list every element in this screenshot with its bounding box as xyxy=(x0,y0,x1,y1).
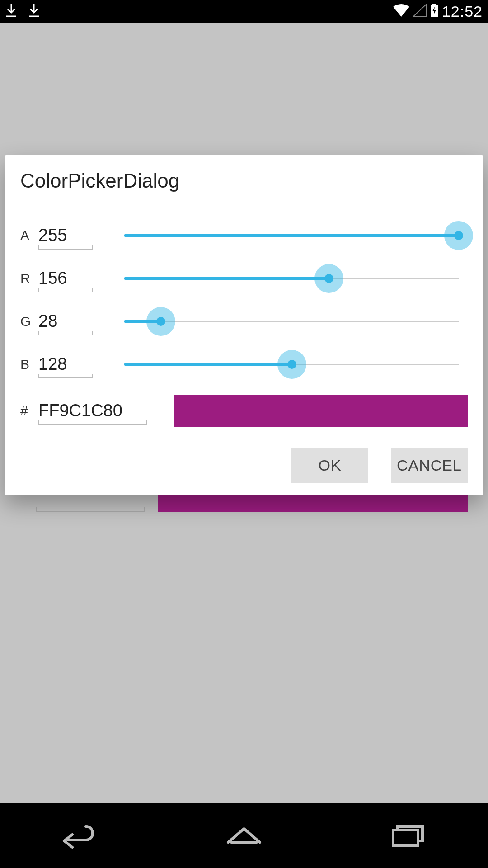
background-input-underline xyxy=(36,511,145,512)
alpha-label: A xyxy=(20,228,38,243)
green-row: G xyxy=(20,300,468,343)
slider-thumb-icon xyxy=(324,274,333,283)
alpha-input[interactable] xyxy=(38,226,93,245)
input-underline xyxy=(38,249,93,250)
wifi-icon xyxy=(393,4,409,19)
green-slider[interactable] xyxy=(124,308,468,335)
status-left xyxy=(5,4,40,19)
alpha-row: A xyxy=(20,214,468,257)
download-icon xyxy=(28,4,40,19)
red-input-wrap xyxy=(38,269,97,288)
dialog-title: ColorPickerDialog xyxy=(20,170,468,192)
status-right: 12:52 xyxy=(393,3,483,20)
alpha-input-wrap xyxy=(38,226,97,245)
svg-rect-2 xyxy=(393,830,418,845)
slider-thumb-icon xyxy=(454,231,463,240)
color-swatch xyxy=(174,395,468,427)
blue-slider[interactable] xyxy=(124,351,468,378)
back-button[interactable] xyxy=(59,822,104,849)
status-bar: 12:52 xyxy=(0,0,488,23)
hex-input-wrap xyxy=(38,401,156,420)
dialog-button-row: OK CANCEL xyxy=(20,448,468,483)
green-input[interactable] xyxy=(38,311,93,331)
slider-thumb-icon xyxy=(156,317,165,326)
red-input[interactable] xyxy=(38,269,93,288)
red-slider[interactable] xyxy=(124,265,468,292)
input-underline xyxy=(38,424,147,425)
input-underline xyxy=(38,335,93,335)
hex-input[interactable] xyxy=(38,401,147,420)
slider-fill xyxy=(124,234,459,237)
alpha-slider[interactable] xyxy=(124,222,468,249)
hex-label: # xyxy=(20,403,38,419)
slider-fill xyxy=(124,277,329,280)
green-input-wrap xyxy=(38,311,97,331)
slider-fill xyxy=(124,363,292,366)
hex-row: # xyxy=(20,389,468,432)
red-label: R xyxy=(20,271,38,286)
cell-signal-icon xyxy=(413,4,427,19)
navigation-bar xyxy=(0,803,488,868)
status-clock: 12:52 xyxy=(442,3,483,20)
svg-rect-1 xyxy=(432,4,436,5)
green-label: G xyxy=(20,314,38,329)
blue-input[interactable] xyxy=(38,354,93,374)
input-underline xyxy=(38,377,93,378)
cancel-button[interactable]: CANCEL xyxy=(391,448,468,483)
blue-row: B xyxy=(20,343,468,386)
slider-thumb-icon xyxy=(287,360,296,369)
color-picker-dialog: ColorPickerDialog A R G xyxy=(5,155,483,495)
recents-button[interactable] xyxy=(384,822,429,849)
ok-button[interactable]: OK xyxy=(291,448,368,483)
blue-label: B xyxy=(20,357,38,372)
home-button[interactable] xyxy=(221,822,267,849)
download-icon xyxy=(5,4,17,19)
blue-input-wrap xyxy=(38,354,97,374)
red-row: R xyxy=(20,257,468,300)
input-underline xyxy=(38,292,93,292)
battery-charging-icon xyxy=(430,4,438,19)
